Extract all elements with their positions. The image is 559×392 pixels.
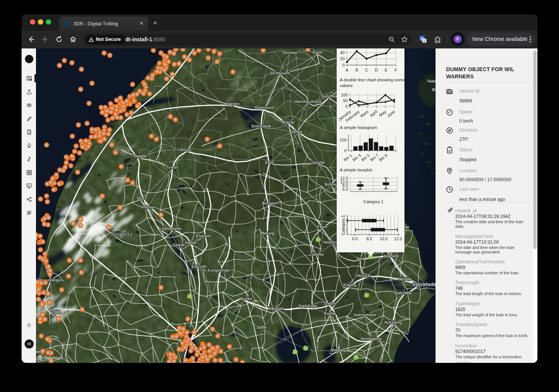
svg-text:Ånge: Ånge (293, 129, 303, 134)
svg-text:Odda: Odda (51, 310, 61, 314)
svg-text:12.0: 12.0 (394, 236, 402, 241)
svg-text:Sollefteå: Sollefteå (321, 94, 337, 98)
svg-text:Motala: Motala (331, 348, 343, 352)
svg-text:文: 文 (423, 39, 426, 43)
svg-text:Norway: Norway (111, 231, 133, 237)
svg-text:Kumla: Kumla (324, 311, 336, 316)
svg-text:values:: values: (340, 83, 354, 88)
svg-text:6.0: 6.0 (352, 236, 358, 241)
svg-text:Eidsvoll: Eidsvoll (192, 264, 206, 269)
svg-text:D: D (375, 68, 378, 72)
svg-text:Åsele: Åsele (312, 50, 323, 54)
svg-text:A simple boxplot:: A simple boxplot: (340, 167, 373, 173)
svg-text:Vaasa: Vaasa (427, 79, 436, 83)
svg-text:Svenstavik: Svenstavik (251, 124, 272, 128)
svg-text:Norrköping: Norrköping (361, 337, 381, 341)
svg-text:Örebro: Örebro (323, 301, 336, 306)
svg-text:Vinstra: Vinstra (141, 205, 153, 209)
svg-text:C: C (365, 68, 368, 72)
svg-text:0: 0 (342, 63, 345, 67)
svg-text:F: F (395, 68, 397, 72)
svg-text:100: 100 (340, 138, 347, 142)
svg-text:A: A (345, 68, 348, 72)
svg-text:Röros: Röros (181, 148, 192, 152)
svg-text:Dorotea: Dorotea (283, 51, 297, 55)
svg-text:Tynset: Tynset (166, 165, 178, 170)
svg-text:6.0: 6.0 (342, 187, 348, 191)
svg-text:Järfälla: Järfälla (398, 277, 411, 281)
svg-text:Karlstad: Karlstad (269, 306, 284, 311)
svg-text:A simple histogram:: A simple histogram: (340, 125, 378, 130)
svg-text:A double line chart showing so: A double line chart showing some (340, 77, 404, 82)
svg-text:0: 0 (345, 104, 348, 109)
svg-text:Oppdal: Oppdal (134, 154, 147, 158)
svg-text:Västerås: Västerås (356, 274, 372, 278)
svg-text:B: B (355, 68, 358, 72)
svg-text:20: 20 (340, 56, 345, 61)
svg-text:Bollnäs: Bollnäs (325, 182, 339, 187)
svg-text:Karlskoga: Karlskoga (299, 304, 317, 308)
svg-text:Category 1: Category 1 (364, 199, 384, 204)
svg-text:M: M (432, 88, 435, 92)
svg-text:Strömsund: Strömsund (270, 71, 290, 75)
svg-text:100: 100 (341, 93, 348, 97)
svg-text:Category 1: Category 1 (341, 215, 345, 235)
svg-text:40: 40 (340, 50, 345, 55)
svg-text:Stockholm: Stockholm (412, 282, 436, 287)
svg-text:Kongsvinger: Kongsvinger (208, 268, 231, 272)
svg-text:Sala: Sala (356, 257, 364, 261)
svg-text:Ljusdal: Ljusdal (311, 160, 325, 165)
svg-text:Östersund: Östersund (255, 105, 274, 110)
svg-text:Hammarstrand: Hammarstrand (295, 100, 322, 104)
svg-text:Malung: Malung (261, 231, 275, 235)
svg-text:Sveg: Sveg (265, 160, 274, 165)
svg-text:Järpen: Järpen (227, 102, 240, 106)
svg-text:Hamar: Hamar (185, 241, 197, 245)
svg-text:Älvdalen: Älvdalen (262, 201, 278, 205)
svg-text:Arvika: Arvika (240, 297, 252, 301)
svg-text:Otta: Otta (137, 196, 144, 201)
svg-text:50: 50 (343, 98, 348, 103)
svg-text:Köping: Köping (344, 283, 356, 287)
svg-text:Falun: Falun (317, 225, 328, 229)
svg-text:Gjøvik: Gjøvik (173, 243, 185, 247)
svg-text:Södertälje: Södertälje (394, 291, 412, 295)
svg-text:Elverum: Elverum (196, 234, 211, 238)
svg-text:Nyköping: Nyköping (384, 320, 402, 325)
svg-text:Lillehammer: Lillehammer (160, 227, 182, 231)
svg-text:E: E (385, 68, 387, 72)
svg-text:Uppsala: Uppsala (384, 254, 399, 258)
svg-text:8.0: 8.0 (366, 236, 372, 241)
svg-text:0: 0 (344, 148, 347, 153)
svg-text:Bräcke: Bräcke (282, 120, 295, 124)
svg-text:mapbox: mapbox (44, 355, 61, 360)
svg-text:Ludvika: Ludvika (309, 252, 324, 257)
svg-text:Säffle: Säffle (256, 325, 267, 330)
svg-text:Katrineholm: Katrineholm (354, 313, 376, 317)
svg-text:10.0: 10.0 (379, 236, 387, 241)
